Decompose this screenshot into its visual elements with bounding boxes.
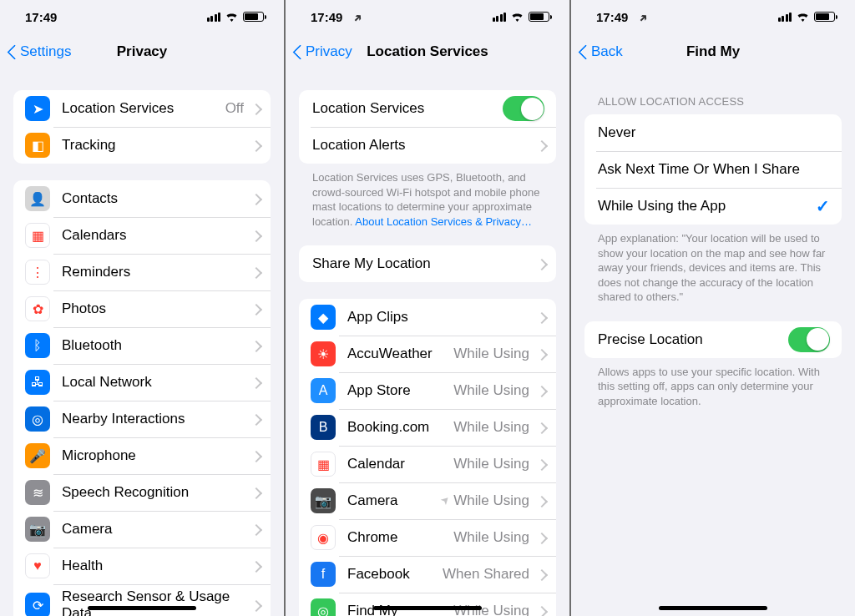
row-contacts[interactable]: 👤Contacts bbox=[13, 180, 271, 217]
app-store-icon: A bbox=[311, 378, 336, 403]
row-label: Photos bbox=[62, 300, 247, 317]
row-camera[interactable]: 📷CameraWhile Using bbox=[299, 482, 556, 519]
row-photos[interactable]: ✿Photos bbox=[13, 290, 271, 327]
row-label: Speech Recognition bbox=[62, 484, 247, 501]
chevron-right-icon bbox=[538, 140, 544, 151]
row-label: Facebook bbox=[347, 566, 443, 583]
row-ask-next-time-or-when-i-share[interactable]: Ask Next Time Or When I Share bbox=[584, 151, 842, 188]
row-bluetooth[interactable]: ᛒBluetooth bbox=[13, 327, 271, 364]
home-indicator[interactable] bbox=[659, 606, 767, 610]
row-calendars[interactable]: ▦Calendars bbox=[13, 217, 271, 254]
footer-text: Allows apps to use your specific locatio… bbox=[571, 358, 855, 409]
chevron-right-icon bbox=[252, 194, 259, 204]
footer-text: Location Services uses GPS, Bluetooth, a… bbox=[286, 164, 569, 229]
row-label: Calendars bbox=[62, 227, 247, 244]
group-share: Share My Location bbox=[299, 245, 556, 282]
group-apps: ◆App Clips☀AccuWeatherWhile UsingAApp St… bbox=[299, 299, 556, 616]
row-while-using-the-app[interactable]: While Using the App✓ bbox=[584, 188, 842, 225]
row-calendar[interactable]: ▦CalendarWhile Using bbox=[299, 446, 556, 482]
row-location-alerts[interactable]: Location Alerts bbox=[299, 127, 556, 164]
row-label: Nearby Interactions bbox=[62, 411, 247, 427]
wifi-icon bbox=[510, 12, 524, 22]
toggle-on[interactable] bbox=[788, 327, 830, 352]
row-facebook[interactable]: fFacebookWhen Shared bbox=[299, 556, 556, 593]
row-app-store[interactable]: AApp StoreWhile Using bbox=[299, 372, 556, 409]
about-link[interactable]: About Location Services & Privacy… bbox=[355, 215, 532, 228]
row-location-services[interactable]: ➤Location ServicesOff bbox=[13, 90, 271, 127]
chevron-right-icon bbox=[252, 524, 259, 535]
calendar-icon: ▦ bbox=[25, 223, 50, 248]
screen-find-my: 17:49 Back Find My ALLOW LOCATION ACCESS… bbox=[571, 0, 855, 616]
row-research-sensor-usage-data[interactable]: ⟳Research Sensor & Usage Data bbox=[13, 584, 271, 616]
row-detail: While Using bbox=[453, 382, 529, 399]
row-detail: While Using bbox=[453, 419, 529, 436]
wifi-icon bbox=[225, 12, 239, 22]
research-icon: ⟳ bbox=[25, 593, 50, 616]
cellular-icon bbox=[207, 13, 221, 22]
navigation-arrow-icon bbox=[440, 493, 450, 507]
home-indicator[interactable] bbox=[88, 606, 196, 610]
row-detail: While Using bbox=[440, 492, 529, 509]
back-button[interactable]: Settings bbox=[7, 43, 71, 60]
row-detail: While Using bbox=[453, 529, 529, 546]
row-label: Camera bbox=[347, 492, 440, 509]
row-local-network[interactable]: 🖧Local Network bbox=[13, 364, 271, 401]
group-apps: 👤Contacts▦Calendars⋮Reminders✿PhotosᛒBlu… bbox=[13, 180, 271, 616]
row-detail: When Shared bbox=[443, 566, 529, 583]
group-precise: Precise Location bbox=[584, 321, 842, 358]
wifi-icon bbox=[796, 12, 810, 22]
row-find-my[interactable]: ◎Find MyWhile Using bbox=[299, 593, 556, 616]
row-accuweather[interactable]: ☀AccuWeatherWhile Using bbox=[299, 336, 556, 372]
chevron-right-icon bbox=[538, 259, 544, 270]
row-nearby-interactions[interactable]: ◎Nearby Interactions bbox=[13, 401, 271, 437]
bluetooth-icon: ᛒ bbox=[25, 333, 50, 358]
chevron-right-icon bbox=[252, 304, 259, 315]
row-detail: While Using bbox=[453, 346, 529, 362]
tracking-icon: ◧ bbox=[25, 133, 50, 158]
row-app-clips[interactable]: ◆App Clips bbox=[299, 299, 556, 336]
row-label: Location Services bbox=[62, 100, 225, 117]
clock: 17:49 bbox=[25, 10, 57, 24]
back-button[interactable]: Privacy bbox=[292, 43, 352, 60]
row-speech-recognition[interactable]: ≋Speech Recognition bbox=[13, 474, 271, 511]
location-arrow-icon bbox=[639, 10, 648, 24]
row-detail: While Using bbox=[453, 456, 529, 472]
row-label: Never bbox=[598, 124, 830, 141]
row-chrome[interactable]: ◉ChromeWhile Using bbox=[299, 519, 556, 556]
row-label: App Store bbox=[347, 382, 453, 399]
camera-icon: 📷 bbox=[311, 488, 336, 513]
row-tracking[interactable]: ◧Tracking bbox=[13, 127, 271, 164]
chevron-right-icon bbox=[538, 422, 544, 433]
chevron-right-icon bbox=[252, 140, 259, 151]
row-never[interactable]: Never bbox=[584, 114, 842, 151]
nav-bar: Privacy Location Services bbox=[286, 33, 569, 70]
row-camera[interactable]: 📷Camera bbox=[13, 511, 271, 548]
row-precise-location[interactable]: Precise Location bbox=[584, 321, 842, 358]
chevron-right-icon bbox=[252, 230, 259, 241]
row-share-my-location[interactable]: Share My Location bbox=[299, 245, 556, 282]
content[interactable]: Location Services Location Alerts Locati… bbox=[286, 70, 569, 616]
nav-bar: Settings Privacy bbox=[0, 33, 284, 70]
chevron-right-icon bbox=[252, 377, 259, 388]
row-microphone[interactable]: 🎤Microphone bbox=[13, 437, 271, 474]
row-health[interactable]: ♥Health bbox=[13, 548, 271, 584]
health-icon: ♥ bbox=[25, 553, 50, 578]
row-reminders[interactable]: ⋮Reminders bbox=[13, 254, 271, 290]
back-button[interactable]: Back bbox=[578, 43, 623, 60]
group-core: ➤Location ServicesOff◧Tracking bbox=[13, 90, 271, 164]
row-booking-com[interactable]: BBooking.comWhile Using bbox=[299, 409, 556, 446]
row-detail: Off bbox=[225, 100, 244, 117]
row-location-services-toggle[interactable]: Location Services bbox=[299, 90, 556, 127]
facebook-icon: f bbox=[311, 562, 336, 587]
row-label: Camera bbox=[62, 521, 247, 538]
content[interactable]: ➤Location ServicesOff◧Tracking 👤Contacts… bbox=[0, 70, 284, 616]
status-bar: 17:49 bbox=[0, 0, 284, 33]
screen-location-services: 17:49 Privacy Location Services Location… bbox=[286, 0, 569, 616]
section-header: ALLOW LOCATION ACCESS bbox=[598, 95, 828, 108]
toggle-on[interactable] bbox=[503, 96, 544, 121]
status-bar: 17:49 bbox=[286, 0, 569, 33]
row-label: Contacts bbox=[62, 190, 247, 207]
content[interactable]: ALLOW LOCATION ACCESS NeverAsk Next Time… bbox=[571, 70, 855, 616]
battery-icon bbox=[529, 12, 549, 22]
home-indicator[interactable] bbox=[373, 606, 482, 610]
